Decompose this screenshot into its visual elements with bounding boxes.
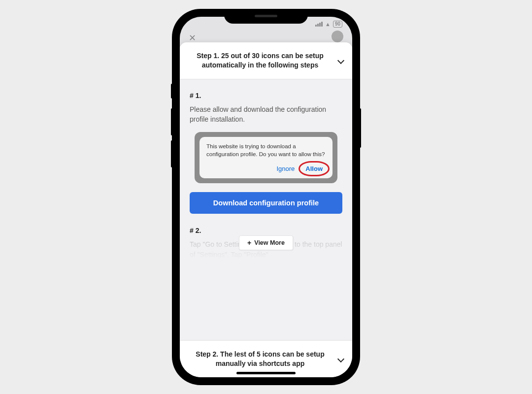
chevron-down-icon bbox=[337, 356, 344, 362]
chevron-down-icon bbox=[337, 57, 344, 64]
stage: ✕ ▲ 90 Step 1. 25 out of 30 icons can be… bbox=[0, 0, 532, 394]
battery-level: 90 bbox=[333, 21, 342, 28]
item2-section: # 2. Tap "Go to Settings" and navigate t… bbox=[190, 227, 342, 260]
highlight-circle bbox=[299, 161, 330, 176]
battery-indicator: 90 bbox=[333, 21, 342, 28]
step2-header-label: Step 2. The lest of 5 icons can be setup… bbox=[196, 350, 324, 367]
mute-switch bbox=[171, 84, 173, 98]
volume-up-button bbox=[171, 108, 173, 135]
download-profile-button[interactable]: Download configuration profile bbox=[190, 192, 342, 214]
home-indicator[interactable] bbox=[236, 372, 296, 374]
item1-text: Please allow and download the configurat… bbox=[190, 104, 342, 125]
plus-icon: + bbox=[247, 239, 251, 246]
power-button bbox=[359, 108, 361, 148]
step1-body: # 1. Please allow and download the confi… bbox=[180, 79, 352, 260]
item2-number: # 2. bbox=[190, 227, 342, 234]
item1-number: # 1. bbox=[190, 92, 342, 99]
step1-header-label: Step 1. 25 out of 30 icons can be setup … bbox=[197, 52, 324, 69]
view-more-label: View More bbox=[254, 239, 285, 246]
download-profile-label: Download configuration profile bbox=[213, 199, 319, 207]
example-dialog-text: This website is trying to download a con… bbox=[206, 143, 326, 158]
step1-header[interactable]: Step 1. 25 out of 30 icons can be setup … bbox=[180, 42, 352, 79]
example-dialog-inner: This website is trying to download a con… bbox=[200, 137, 332, 178]
phone-frame: ✕ ▲ 90 Step 1. 25 out of 30 icons can be… bbox=[173, 10, 359, 384]
screen: ✕ ▲ 90 Step 1. 25 out of 30 icons can be… bbox=[180, 17, 352, 377]
cellular-signal-icon bbox=[315, 22, 323, 27]
close-icon[interactable]: ✕ bbox=[189, 33, 196, 43]
status-bar: ▲ 90 bbox=[315, 21, 342, 28]
example-dialog-actions: Ignore Allow bbox=[206, 164, 326, 173]
example-dialog: This website is trying to download a con… bbox=[195, 132, 337, 183]
bottom-sheet: Step 1. 25 out of 30 icons can be setup … bbox=[180, 42, 352, 377]
wifi-icon: ▲ bbox=[325, 21, 331, 27]
speaker-grille bbox=[255, 15, 277, 17]
example-allow-button: Allow bbox=[302, 164, 326, 173]
volume-down-button bbox=[171, 140, 173, 167]
example-ignore-button: Ignore bbox=[276, 165, 295, 172]
notch bbox=[224, 10, 308, 24]
view-more-button[interactable]: + View More bbox=[239, 235, 293, 250]
avatar[interactable] bbox=[332, 31, 343, 42]
